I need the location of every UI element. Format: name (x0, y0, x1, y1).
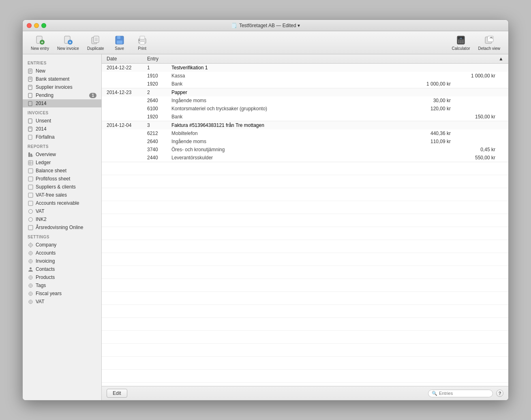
table-header: Date Entry ▲ (102, 54, 508, 64)
table-row[interactable]: 6100 Kontorsmateriel och trycksaker (gru… (102, 105, 508, 113)
sidebar-item-fiscal-years[interactable]: Fiscal years (23, 289, 101, 298)
duplicate-button[interactable]: Duplicate (84, 33, 107, 52)
table-row[interactable]: 2640 Ingående moms 30,00 kr (102, 96, 508, 105)
table-row[interactable]: 2440 Leverantörsskulder 550,00 kr (102, 154, 508, 162)
maximize-button[interactable] (41, 23, 46, 28)
sidebar-item-invoicing[interactable]: Invoicing (23, 257, 101, 265)
sidebar-item-vat[interactable]: VAT (23, 207, 101, 215)
line-debit: 120,00 kr (406, 106, 451, 111)
duplicate-label: Duplicate (87, 46, 104, 51)
table-row[interactable]: 2014-12-23 2 Papper (102, 88, 508, 96)
table-row[interactable]: 2640 Ingående moms 110,09 kr (102, 137, 508, 146)
edit-button[interactable]: Edit (107, 389, 127, 398)
save-button[interactable]: Save (109, 33, 130, 52)
search-box[interactable]: 🔍 (428, 390, 493, 397)
new-invoice-button[interactable]: + New invoice (54, 33, 82, 52)
svg-point-75 (29, 292, 32, 296)
svg-rect-15 (140, 36, 145, 39)
table-body: 2014-12-22 1 Testverifikation 1 1910 Kas… (102, 64, 508, 386)
sidebar-item-contacts[interactable]: Contacts (23, 265, 101, 273)
products-icon (28, 274, 33, 280)
svg-rect-28 (488, 36, 493, 42)
sidebar-item-supplier-invoices[interactable]: Supplier invoices (23, 83, 101, 91)
table-row[interactable]: 1920 Bank 1 000,00 kr (102, 80, 508, 88)
table-row[interactable]: 2014-12-04 3 Faktura #513964383121 från … (102, 121, 508, 129)
arsredovisning-label: Årsredovisning Online (36, 225, 96, 230)
entry-group[interactable]: 2014-12-22 1 Testverifikation 1 1910 Kas… (102, 64, 508, 88)
sidebar-item-2014-invoices[interactable]: 2014 (23, 125, 101, 133)
balance-sheet-label: Balance sheet (36, 168, 96, 174)
minimize-button[interactable] (34, 23, 39, 28)
search-input[interactable] (439, 391, 484, 396)
content-area: Date Entry ▲ 2014-12-22 1 Testverifikati… (102, 54, 508, 400)
detach-icon (484, 34, 495, 46)
window-controls[interactable] (27, 23, 46, 28)
collapse-icon[interactable]: ▲ (495, 56, 503, 62)
supplier-invoices-label: Supplier invoices (36, 84, 96, 90)
entry-group[interactable]: 2014-12-23 2 Papper 2640 Ingående moms 3… (102, 88, 508, 121)
table-row[interactable]: 6212 Mobiltelefon 440,36 kr (102, 129, 508, 137)
line-debit: 110,09 kr (406, 139, 451, 144)
entry-group[interactable]: 2014-12-04 3 Faktura #513964383121 från … (102, 121, 508, 162)
line-credit: 550,00 kr (451, 155, 495, 161)
sidebar-item-products[interactable]: Products (23, 273, 101, 281)
sidebar-item-suppliers-clients[interactable]: Suppliers & clients (23, 183, 101, 191)
table-row[interactable]: 2014-12-22 1 Testverifikation 1 (102, 64, 508, 72)
sidebar-item-arsredovisning[interactable]: Årsredovisning Online (23, 223, 101, 231)
empty-row (102, 240, 508, 253)
title-text: Testföretaget AB — Edited ▾ (239, 23, 300, 28)
sidebar-item-pending[interactable]: Pending 1 (23, 91, 101, 99)
svg-rect-48 (28, 161, 33, 165)
svg-point-58 (28, 217, 32, 221)
sidebar-item-company[interactable]: Company (23, 241, 101, 249)
sidebar-item-new[interactable]: New (23, 67, 101, 75)
svg-rect-47 (32, 155, 33, 157)
sidebar-item-bank-statement[interactable]: Bank statement (23, 75, 101, 83)
close-button[interactable] (27, 23, 32, 28)
sidebar-item-ink2[interactable]: INK2 (23, 215, 101, 223)
sidebar-item-2014-entries[interactable]: 2014 (23, 99, 101, 107)
sidebar-item-vat-free-sales[interactable]: VAT-free sales (23, 191, 101, 199)
sidebar-item-forfallos[interactable]: Förfallna (23, 133, 101, 141)
sidebar-item-unsent[interactable]: Unsent (23, 117, 101, 125)
empty-row (102, 292, 508, 305)
sidebar-item-accounts[interactable]: Accounts (23, 249, 101, 257)
help-button[interactable]: ? (496, 390, 503, 397)
footer: Edit 🔍 ? (102, 386, 508, 400)
empty-row (102, 357, 508, 370)
line-debit: 1 000,00 kr (406, 81, 451, 87)
entry-title: Faktura #513964383121 från Tre mottagen (171, 122, 406, 128)
table-row[interactable]: 3740 Öres- och kronutjämning 0,45 kr (102, 146, 508, 154)
accounts-receivable-label: Accounts receivable (36, 200, 96, 206)
svg-point-25 (460, 42, 462, 43)
pending-badge: 1 (89, 93, 96, 98)
empty-row (102, 175, 508, 188)
new-entry-button[interactable]: + New entry (28, 33, 52, 52)
svg-rect-16 (140, 42, 145, 44)
svg-point-77 (29, 300, 32, 304)
svg-rect-12 (117, 36, 120, 39)
svg-rect-39 (28, 93, 32, 98)
empty-row (102, 383, 508, 386)
detach-view-button[interactable]: Detach view (475, 33, 503, 52)
contacts-label: Contacts (36, 266, 96, 272)
line-desc: Kassa (171, 73, 406, 79)
fiscal-years-icon (28, 291, 33, 296)
sidebar-item-profit-loss[interactable]: Profit/loss sheet (23, 175, 101, 183)
svg-rect-52 (28, 169, 33, 173)
entry-date: 2014-12-04 (107, 122, 147, 128)
calculator-button[interactable]: 888 Calculator (449, 33, 473, 52)
entry-num: 3 (147, 122, 171, 128)
print-button[interactable]: Print (132, 33, 153, 52)
sidebar-item-balance-sheet[interactable]: Balance sheet (23, 167, 101, 175)
sidebar-item-overview[interactable]: Overview (23, 150, 101, 159)
table-row[interactable]: 1910 Kassa 1 000,00 kr (102, 72, 508, 80)
overview-icon (28, 152, 33, 157)
sidebar-item-accounts-receivable[interactable]: Accounts receivable (23, 199, 101, 207)
sidebar-item-tags[interactable]: Tags (23, 281, 101, 289)
pending-icon (28, 92, 33, 98)
sidebar-item-settings-vat[interactable]: VAT (23, 298, 101, 306)
table-row[interactable]: 1920 Bank 150,00 kr (102, 113, 508, 121)
sidebar-item-ledger[interactable]: Ledger (23, 159, 101, 167)
company-label: Company (36, 242, 96, 248)
